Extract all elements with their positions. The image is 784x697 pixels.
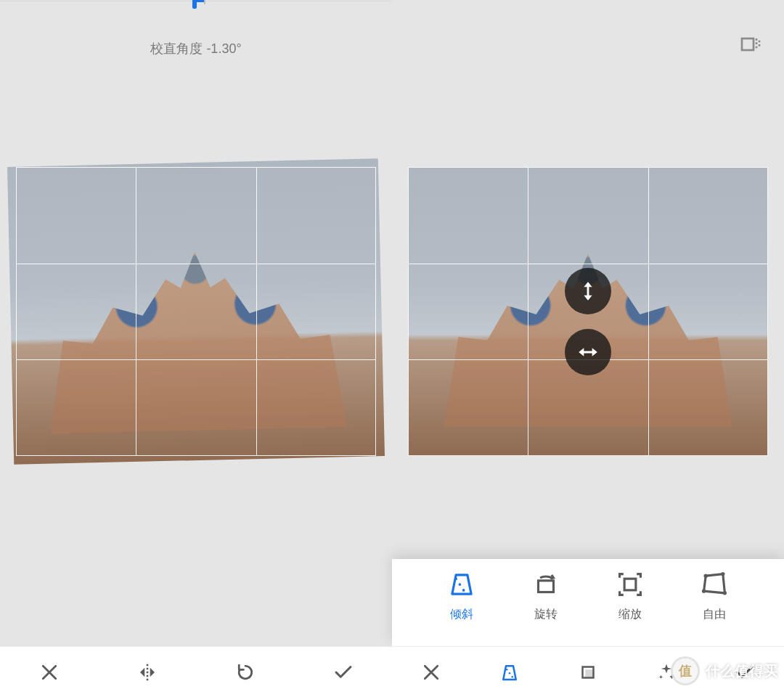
close-icon <box>38 661 60 683</box>
confirm-button[interactable] <box>729 656 761 688</box>
svg-point-7 <box>721 572 724 576</box>
arrows-horizontal-icon <box>576 340 600 364</box>
photo-subject <box>46 248 347 433</box>
transform-mode-row: 倾斜 旋转 缩放 自由 <box>392 559 784 646</box>
crop-tool-button[interactable] <box>572 656 604 688</box>
photo-preview[interactable] <box>408 167 768 456</box>
svg-rect-4 <box>539 581 554 592</box>
svg-point-10 <box>506 669 508 671</box>
editor-screen-straighten: 校直角度 -1.30° <box>0 0 392 697</box>
mode-label: 自由 <box>703 607 726 622</box>
aspect-ratio-button[interactable] <box>739 33 762 56</box>
mode-rotate[interactable]: 旋转 <box>517 569 575 646</box>
aspect-ratio-icon <box>739 33 762 56</box>
mode-scale[interactable]: 缩放 <box>601 569 659 646</box>
svg-point-9 <box>702 590 706 593</box>
flip-horizontal-button[interactable] <box>131 656 163 688</box>
slider-track <box>0 0 392 2</box>
straighten-slider[interactable] <box>0 0 392 29</box>
svg-point-1 <box>454 577 457 580</box>
tilt-horizontal-button[interactable] <box>565 329 611 375</box>
bottom-action-bar <box>392 646 784 697</box>
rotate-cw-icon <box>234 661 256 683</box>
check-icon <box>332 661 354 683</box>
tilt-icon <box>446 569 477 600</box>
svg-point-11 <box>509 672 511 674</box>
close-button[interactable] <box>33 656 65 688</box>
rotate-button[interactable] <box>229 656 261 688</box>
mode-tilt[interactable]: 倾斜 <box>433 569 491 646</box>
crop-icon <box>577 661 599 683</box>
arrows-vertical-icon <box>576 279 600 303</box>
photo-canvas <box>7 158 385 464</box>
slider-center-mark <box>204 0 205 4</box>
close-icon <box>420 661 442 683</box>
svg-point-3 <box>462 589 465 592</box>
close-button[interactable] <box>415 656 447 688</box>
free-transform-icon <box>699 569 730 600</box>
mode-label: 旋转 <box>534 607 558 622</box>
bottom-action-bar <box>0 646 392 697</box>
mode-label: 倾斜 <box>450 607 473 622</box>
photo-preview[interactable] <box>16 167 376 456</box>
svg-rect-0 <box>742 38 754 50</box>
perspective-tool-button[interactable] <box>494 656 526 688</box>
slider-thumb[interactable] <box>192 0 197 9</box>
mode-free[interactable]: 自由 <box>685 569 743 646</box>
perspective-icon <box>499 661 520 683</box>
svg-point-6 <box>704 574 708 578</box>
auto-enhance-button[interactable] <box>650 656 682 688</box>
confirm-button[interactable] <box>327 656 359 688</box>
rotate-icon <box>531 569 561 600</box>
svg-point-2 <box>459 583 462 586</box>
scale-icon <box>615 569 645 600</box>
tilt-vertical-button[interactable] <box>565 268 611 314</box>
flip-horizontal-icon <box>136 661 158 683</box>
editor-screen-perspective: 倾斜 旋转 缩放 自由 <box>392 0 784 697</box>
sparkle-icon <box>656 661 677 683</box>
svg-rect-14 <box>585 669 593 677</box>
svg-point-12 <box>512 676 514 678</box>
angle-readout: 校直角度 -1.30° <box>0 40 392 57</box>
mode-label: 缩放 <box>618 607 642 622</box>
svg-point-8 <box>723 591 727 595</box>
svg-rect-5 <box>624 579 636 590</box>
check-icon <box>734 661 756 683</box>
